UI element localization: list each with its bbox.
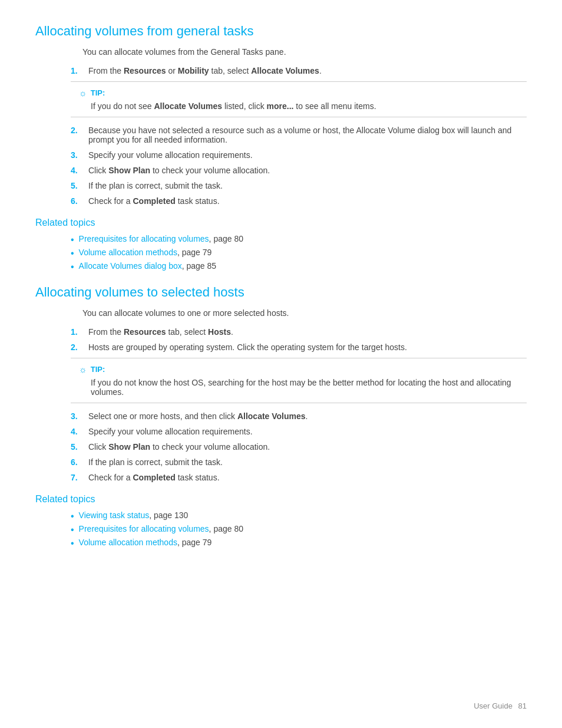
step-num-6: 6. — [71, 196, 88, 206]
link-dialog-box-1[interactable]: Allocate Volumes dialog box — [79, 261, 182, 271]
step-2: 2. Because you have not selected a resou… — [71, 126, 527, 144]
section2-intro: You can allocate volumes to one or more … — [82, 308, 527, 318]
s2-step-3: 3. Select one or more hosts, and then cl… — [71, 411, 527, 421]
step-4: 4. Click Show Plan to check your volume … — [71, 166, 527, 175]
section2-title: Allocating volumes to selected hosts — [35, 285, 527, 300]
section-allocating-hosts: Allocating volumes to selected hosts You… — [35, 285, 527, 549]
related-link-1-2: Volume allocation methods, page 79 — [79, 248, 212, 257]
tip-content-2: If you do not know the host OS, searchin… — [91, 378, 518, 397]
related-link-2-3: Volume allocation methods, page 79 — [79, 538, 212, 547]
s2-step-num-6: 6. — [71, 457, 88, 467]
s2-step-4: 4. Specify your volume allocation requir… — [71, 427, 527, 436]
related-item-1-2: • Volume allocation methods, page 79 — [71, 248, 527, 259]
s2-step-num-7: 7. — [71, 473, 88, 482]
step-num-2: 2. — [71, 126, 88, 144]
s2-step-num-1: 1. — [71, 327, 88, 337]
s2-step-text-6: If the plan is correct, submit the task. — [88, 457, 527, 467]
step-num-1: 1. — [71, 66, 88, 75]
step-6: 6. Check for a Completed task status. — [71, 196, 527, 206]
bullet-2-3: • — [71, 538, 74, 549]
step-num-5: 5. — [71, 181, 88, 190]
s2-step-1: 1. From the Resources tab, select Hosts. — [71, 327, 527, 337]
s2-step-text-4: Specify your volume allocation requireme… — [88, 427, 527, 436]
related-topics-1: Related topics • Prerequisites for alloc… — [35, 218, 527, 273]
link-prerequisites-2[interactable]: Prerequisites for allocating volumes — [79, 524, 209, 533]
tip-label-text-1: TIP: — [91, 88, 105, 97]
s2-step-text-1: From the Resources tab, select Hosts. — [88, 327, 527, 337]
step-text-6: Check for a Completed task status. — [88, 196, 527, 206]
related-list-1: • Prerequisites for allocating volumes, … — [71, 234, 527, 273]
step-text-4: Click Show Plan to check your volume all… — [88, 166, 527, 175]
step-text-3: Specify your volume allocation requireme… — [88, 150, 527, 160]
s2-step-5: 5. Click Show Plan to check your volume … — [71, 442, 527, 452]
related-list-2: • Viewing task status, page 130 • Prereq… — [71, 510, 527, 549]
s2-step-text-2: Hosts are grouped by operating system. C… — [88, 342, 527, 352]
footer-page-number: 81 — [518, 701, 527, 710]
tip-content-1: If you do not see Allocate Volumes liste… — [91, 101, 518, 111]
section1-intro: You can allocate volumes from the Genera… — [82, 47, 527, 57]
tip-label-1: ☼ TIP: — [79, 88, 518, 98]
step-3: 3. Specify your volume allocation requir… — [71, 150, 527, 160]
page-content: Allocating volumes from general tasks Yo… — [35, 24, 527, 549]
tip-icon-2: ☼ — [79, 364, 87, 374]
s2-step-num-5: 5. — [71, 442, 88, 452]
s2-step-text-5: Click Show Plan to check your volume all… — [88, 442, 527, 452]
related-link-1-3: Allocate Volumes dialog box, page 85 — [79, 261, 217, 271]
step-5: 5. If the plan is correct, submit the ta… — [71, 181, 527, 190]
footer: User Guide 81 — [474, 701, 527, 710]
related-link-2-1: Viewing task status, page 130 — [79, 510, 189, 520]
step-text-1: From the Resources or Mobility tab, sele… — [88, 66, 527, 75]
link-viewing-task[interactable]: Viewing task status — [79, 510, 150, 520]
related-item-2-1: • Viewing task status, page 130 — [71, 510, 527, 522]
s2-step-7: 7. Check for a Completed task status. — [71, 473, 527, 482]
related-link-1-1: Prerequisites for allocating volumes, pa… — [79, 234, 243, 243]
section1-tip: ☼ TIP: If you do not see Allocate Volume… — [71, 81, 527, 117]
s2-step-num-4: 4. — [71, 427, 88, 436]
section1-steps: 1. From the Resources or Mobility tab, s… — [71, 66, 527, 75]
step-text-2: Because you have not selected a resource… — [88, 126, 527, 144]
s2-step-num-3: 3. — [71, 411, 88, 421]
link-prerequisites-1[interactable]: Prerequisites for allocating volumes — [79, 234, 209, 243]
related-link-2-2: Prerequisites for allocating volumes, pa… — [79, 524, 243, 533]
step-num-3: 3. — [71, 150, 88, 160]
step-num-4: 4. — [71, 166, 88, 175]
step-1: 1. From the Resources or Mobility tab, s… — [71, 66, 527, 75]
tip-label-text-2: TIP: — [91, 365, 105, 374]
section-allocating-general: Allocating volumes from general tasks Yo… — [35, 24, 527, 273]
step-text-5: If the plan is correct, submit the task. — [88, 181, 527, 190]
s2-step-6: 6. If the plan is correct, submit the ta… — [71, 457, 527, 467]
bullet-1-3: • — [71, 261, 74, 272]
tip-label-2: ☼ TIP: — [79, 364, 518, 374]
s2-step-2: 2. Hosts are grouped by operating system… — [71, 342, 527, 352]
s2-step-num-2: 2. — [71, 342, 88, 352]
related-topics-2: Related topics • Viewing task status, pa… — [35, 494, 527, 549]
related-item-2-2: • Prerequisites for allocating volumes, … — [71, 524, 527, 535]
related-topics-title-1: Related topics — [35, 218, 527, 228]
section1-title: Allocating volumes from general tasks — [35, 24, 527, 39]
related-topics-title-2: Related topics — [35, 494, 527, 505]
s2-step-text-7: Check for a Completed task status. — [88, 473, 527, 482]
related-item-1-3: • Allocate Volumes dialog box, page 85 — [71, 261, 527, 272]
related-item-1-1: • Prerequisites for allocating volumes, … — [71, 234, 527, 245]
s2-step-text-3: Select one or more hosts, and then click… — [88, 411, 527, 421]
link-volume-methods-2[interactable]: Volume allocation methods — [79, 538, 177, 547]
tip-icon-1: ☼ — [79, 88, 87, 98]
bullet-1-1: • — [71, 234, 74, 245]
bullet-2-1: • — [71, 510, 74, 522]
footer-guide-label: User Guide — [474, 701, 513, 710]
bullet-1-2: • — [71, 248, 74, 259]
section1-steps-cont: 2. Because you have not selected a resou… — [71, 126, 527, 206]
section2-steps-pre-tip: 1. From the Resources tab, select Hosts.… — [71, 327, 527, 352]
section2-steps-post-tip: 3. Select one or more hosts, and then cl… — [71, 411, 527, 482]
related-item-2-3: • Volume allocation methods, page 79 — [71, 538, 527, 549]
bullet-2-2: • — [71, 524, 74, 535]
section2-tip: ☼ TIP: If you do not know the host OS, s… — [71, 358, 527, 403]
link-volume-methods-1[interactable]: Volume allocation methods — [79, 248, 177, 257]
